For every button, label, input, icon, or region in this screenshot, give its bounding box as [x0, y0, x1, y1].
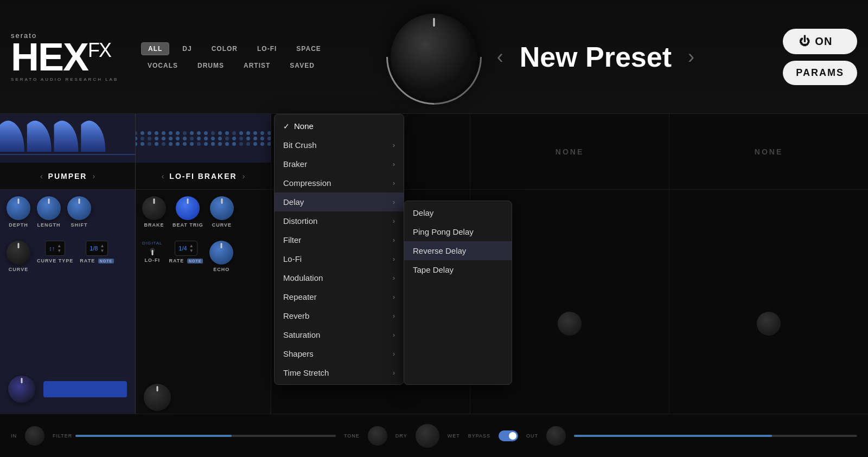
- knob-indicator: [433, 18, 435, 27]
- dot: [141, 137, 144, 140]
- submenu-reverse-delay[interactable]: Reverse Delay: [404, 241, 512, 260]
- lofi-prev[interactable]: ‹: [162, 172, 164, 181]
- pumper-panel: ‹ PUMPER › DEPTH LENGTH SHIFT CURVE: [0, 114, 136, 457]
- dry-label: DRY: [395, 433, 407, 439]
- dot: [267, 137, 271, 140]
- pumper-prev[interactable]: ‹: [40, 172, 43, 181]
- dot: [211, 131, 215, 135]
- bypass-toggle[interactable]: [499, 430, 518, 441]
- dot: [141, 131, 144, 135]
- dot: [176, 131, 180, 135]
- nav-vocals[interactable]: VOCALS: [141, 60, 184, 72]
- lo-fi-dot[interactable]: [150, 248, 155, 253]
- none3-knob[interactable]: [757, 312, 781, 336]
- nav-artist[interactable]: ARTIST: [237, 60, 277, 72]
- lofi-curve-knob[interactable]: [210, 196, 234, 220]
- menu-item-filter[interactable]: Filter ›: [275, 230, 404, 249]
- menu-item-reverb[interactable]: Reverb ›: [275, 306, 404, 325]
- dot: [253, 131, 257, 135]
- submenu-ping-pong-delay[interactable]: Ping Pong Delay: [404, 222, 512, 241]
- dot: [190, 131, 194, 135]
- lofi-rate-label: RATE NOTE: [169, 258, 203, 263]
- nav-color[interactable]: COLOR: [205, 43, 244, 55]
- main-knob[interactable]: [391, 14, 477, 100]
- menu-item-none[interactable]: ✓ None: [275, 117, 404, 136]
- lofi-curve-control: CURVE: [210, 196, 234, 228]
- dot: [169, 131, 173, 135]
- submenu-delay[interactable]: Delay: [404, 203, 512, 222]
- on-button[interactable]: ⏻ ON: [783, 29, 857, 54]
- pumper-curve-knob[interactable]: [7, 241, 30, 265]
- dot: [253, 142, 257, 146]
- stepper-arrows: ▲▼: [57, 243, 61, 253]
- in-knob[interactable]: [25, 426, 44, 446]
- nav-drums[interactable]: DRUMS: [191, 60, 231, 72]
- pumper-length-knob[interactable]: [37, 196, 61, 220]
- dot: [169, 142, 173, 146]
- submenu-tape-delay[interactable]: Tape Delay: [404, 260, 512, 279]
- pumper-bottom-knob[interactable]: [8, 376, 35, 403]
- pumper-rate-stepper[interactable]: 1/8 ▲▼: [86, 241, 108, 256]
- pumper-curve-control: CURVE: [7, 241, 30, 272]
- stepper-arrows-rate: ▲▼: [100, 243, 104, 253]
- beat-trig-knob[interactable]: [176, 196, 200, 220]
- menu-item-repeater[interactable]: Repeater ›: [275, 287, 404, 306]
- menu-item-modulation[interactable]: Modulation ›: [275, 268, 404, 287]
- brake-knob[interactable]: [142, 196, 166, 220]
- menu-item-shapers[interactable]: Shapers ›: [275, 344, 404, 363]
- dry-knob[interactable]: [416, 424, 439, 448]
- nav-lofi[interactable]: LO-FI: [251, 43, 283, 55]
- dot: [225, 131, 229, 135]
- dot: [183, 142, 187, 146]
- menu-item-saturation[interactable]: Saturation ›: [275, 325, 404, 344]
- lofi-controls1: BRAKE BEAT TRIG CURVE: [136, 190, 271, 234]
- menu-item-bit-crush[interactable]: Bit Crush ›: [275, 136, 404, 155]
- dot: [218, 131, 222, 135]
- lofi-rate-stepper[interactable]: 1/4 ▲▼: [175, 241, 197, 256]
- chevron-right-icon: ›: [393, 179, 395, 187]
- tone-knob[interactable]: [368, 426, 387, 446]
- menu-item-braker[interactable]: Braker ›: [275, 155, 404, 173]
- pumper-curve-type-control: ↕↑ ▲▼ CURVE TYPE: [37, 241, 73, 263]
- dot: [162, 142, 165, 146]
- nav-all[interactable]: ALL: [141, 42, 169, 55]
- lo-fi-braker-panel: // Will be generated dynamically ‹ LO-FI…: [136, 114, 271, 457]
- next-preset-button[interactable]: ›: [688, 46, 694, 68]
- filter-slider[interactable]: [75, 435, 336, 437]
- dot: [162, 131, 165, 135]
- chevron-right-icon: ›: [393, 331, 395, 339]
- dot: [267, 142, 271, 146]
- menu-item-time-stretch[interactable]: Time Stretch ›: [275, 363, 404, 382]
- dot: [211, 137, 215, 140]
- nav-space[interactable]: SPACE: [290, 43, 327, 55]
- chevron-right-icon: ›: [393, 236, 395, 244]
- menu-item-distortion[interactable]: Distortion ›: [275, 211, 404, 230]
- dot: [197, 137, 201, 140]
- brake-control: BRAKE: [142, 196, 166, 228]
- nav-row-top: ALL DJ COLOR LO-FI SPACE: [141, 42, 328, 55]
- out-slider[interactable]: [574, 435, 857, 437]
- prev-preset-button[interactable]: ‹: [497, 46, 503, 68]
- pumper-next[interactable]: ›: [92, 172, 95, 181]
- nav-dj[interactable]: DJ: [176, 43, 198, 55]
- params-button[interactable]: PARAMS: [783, 61, 857, 85]
- header: serato HEXFX SERATO AUDIO RESEARCH LAB A…: [0, 0, 868, 114]
- dot: [136, 131, 137, 135]
- menu-item-compression[interactable]: Compression ›: [275, 173, 404, 192]
- pumper-depth-knob[interactable]: [7, 196, 30, 220]
- dot: [169, 137, 173, 140]
- nav-section: ALL DJ COLOR LO-FI SPACE VOCALS DRUMS AR…: [141, 42, 328, 72]
- nav-saved[interactable]: SAVED: [283, 60, 321, 72]
- menu-item-delay[interactable]: Delay ›: [275, 192, 404, 211]
- none2-knob[interactable]: [558, 312, 582, 336]
- pumper-curve-type-stepper[interactable]: ↕↑ ▲▼: [45, 241, 65, 256]
- menu-item-lo-fi[interactable]: Lo-Fi ›: [275, 249, 404, 268]
- echo-knob[interactable]: [209, 241, 233, 265]
- lofi-bottom-knob[interactable]: [144, 384, 171, 411]
- echo-label: ECHO: [213, 267, 229, 272]
- out-knob[interactable]: [546, 426, 566, 446]
- dot: [204, 142, 208, 146]
- pumper-shift-knob[interactable]: [67, 196, 91, 220]
- lofi-next[interactable]: ›: [242, 172, 245, 181]
- chevron-right-icon: ›: [393, 312, 395, 320]
